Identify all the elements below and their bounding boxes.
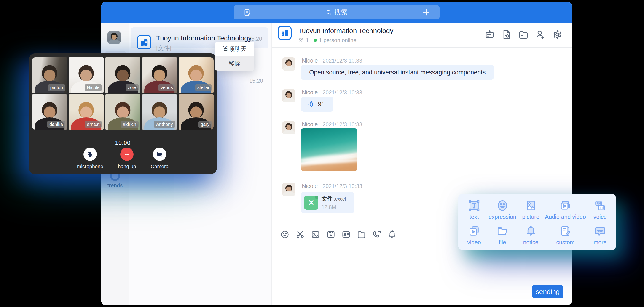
chat-header: Tuoyun Information Technology 1 1 person… <box>272 23 572 47</box>
panel-item-video[interactable]: video <box>460 223 488 248</box>
panel-label: more <box>594 239 607 246</box>
hang-up-button[interactable]: hang up <box>118 148 136 170</box>
conversation-time: 15:20 <box>248 36 262 42</box>
add-member-icon[interactable] <box>535 29 546 40</box>
microphone-muted-icon <box>84 148 97 161</box>
message-time: 2021/12/3 10:33 <box>322 57 362 64</box>
message-type-panel: text expression picture <box>458 194 616 250</box>
members-icon <box>298 37 304 43</box>
panel-label: custom <box>556 239 575 246</box>
panel-label: text <box>470 214 479 220</box>
panel-item-more[interactable]: more <box>586 223 614 248</box>
avatar-body <box>108 39 120 44</box>
composer-toolbar <box>280 230 397 239</box>
expression-icon <box>496 199 508 212</box>
panel-label: expression <box>488 214 516 220</box>
sender-name: Nicole <box>302 121 318 127</box>
screenshot-scissors-icon[interactable] <box>296 230 305 239</box>
text-bubble[interactable]: Open source, free, and universal instant… <box>301 65 494 80</box>
menu-item-remove[interactable]: 移除 <box>215 56 254 71</box>
message-meta: Nicole 2021/12/3 10:33 <box>302 57 362 64</box>
participant-grid: patton Nicole zoie venus stellar danika <box>32 57 214 129</box>
panel-item-notice[interactable]: notice <box>516 223 545 248</box>
message-time: 2021/12/3 10:33 <box>322 89 362 95</box>
video-call-icon[interactable] <box>372 230 382 239</box>
search-icon <box>326 9 332 15</box>
search-center[interactable]: 搜索 <box>326 8 348 17</box>
camera-label: Camera <box>151 164 168 170</box>
custom-doc-icon <box>559 225 572 237</box>
hang-up-label: hang up <box>118 164 136 170</box>
panel-label: file <box>499 239 506 246</box>
participant-name: zoie <box>126 84 138 91</box>
file-folder-icon <box>496 225 508 237</box>
hang-up-icon <box>120 148 134 161</box>
camera-button[interactable]: Camera <box>151 148 168 170</box>
message-file: Nicole 2021/12/3 10:33 ✕ 文件.excel 12.8M <box>282 183 420 219</box>
notes-icon[interactable] <box>243 8 251 16</box>
message-voice: Nicole 2021/12/3 10:33 9`` <box>282 89 420 119</box>
screenshot-stage: 搜索 trends <box>0 0 644 307</box>
online-dot <box>314 39 317 42</box>
user-avatar[interactable] <box>108 31 121 44</box>
group-files-icon[interactable] <box>518 29 529 40</box>
contact-card-icon[interactable] <box>342 230 351 239</box>
participant-name: stellar <box>195 84 212 91</box>
panel-item-picture[interactable]: picture <box>516 197 545 223</box>
message-text: Nicole 2021/12/3 10:33 Open source, free… <box>282 57 557 87</box>
participant-tile: gary <box>178 94 214 130</box>
video-upload-icon[interactable] <box>326 230 336 239</box>
panel-item-custom[interactable]: custom <box>545 223 586 248</box>
sender-avatar <box>282 57 296 71</box>
excel-file-icon: ✕ <box>304 196 318 210</box>
file-bubble[interactable]: ✕ 文件.excel 12.8M <box>301 192 354 213</box>
notification-bell-icon[interactable] <box>388 230 397 239</box>
search-bar[interactable]: 搜索 <box>234 5 440 19</box>
microphone-button[interactable]: microphone <box>77 148 103 170</box>
video-call-window: patton Nicole zoie venus stellar danika <box>29 53 217 174</box>
send-button-label: sending <box>536 288 560 296</box>
emoji-icon[interactable] <box>280 230 290 239</box>
menu-item-pin-chat[interactable]: 置顶聊天 <box>215 42 254 56</box>
plus-icon[interactable] <box>422 8 430 16</box>
trends-label: trends <box>101 182 129 189</box>
panel-item-file[interactable]: file <box>488 223 516 248</box>
member-count: 1 <box>306 37 309 43</box>
announcement-icon[interactable] <box>484 29 495 40</box>
notice-bell-icon <box>524 225 537 237</box>
chat-subtitle: 1 1 person online <box>298 37 356 43</box>
participant-name: venus <box>158 84 175 91</box>
panel-item-text[interactable]: text <box>460 197 488 223</box>
participant-name: aldrich <box>120 121 138 128</box>
message-text-content: Open source, free, and universal instant… <box>309 69 486 76</box>
file-upload-icon[interactable] <box>357 230 366 239</box>
conversation-last-message: [文件] <box>156 44 171 52</box>
chat-history-search-icon[interactable] <box>501 29 512 40</box>
conversation-title: Tuoyun Information Technology <box>156 34 252 42</box>
participant-tile: Anthony <box>142 94 177 130</box>
panel-label: video <box>467 239 481 246</box>
image-upload-icon[interactable] <box>311 230 320 239</box>
search-placeholder: 搜索 <box>334 8 348 17</box>
voice-wave-icon <box>307 100 315 108</box>
sender-name: Nicole <box>302 57 318 64</box>
online-count: 1 person online <box>319 37 356 43</box>
settings-gear-icon[interactable] <box>552 29 562 40</box>
picture-icon <box>524 199 537 212</box>
voice-bubble[interactable]: 9`` <box>301 97 334 112</box>
image-attachment[interactable] <box>301 128 358 171</box>
sender-name: Nicole <box>302 183 318 189</box>
video-icon <box>468 225 480 237</box>
chat-group-avatar <box>278 26 292 40</box>
participant-name: danika <box>47 121 65 128</box>
sender-avatar <box>282 89 296 102</box>
panel-item-voice[interactable]: voice <box>586 197 614 223</box>
audio-video-icon <box>559 199 572 212</box>
panel-item-audio-video[interactable]: Audio and video <box>545 197 586 223</box>
send-button[interactable]: sending <box>532 285 563 298</box>
panel-item-expression[interactable]: expression <box>488 197 516 223</box>
group-avatar <box>137 35 151 49</box>
conversation-time-2: 15:20 <box>249 78 263 84</box>
header-actions <box>484 29 562 40</box>
top-bar: 搜索 <box>101 2 572 23</box>
